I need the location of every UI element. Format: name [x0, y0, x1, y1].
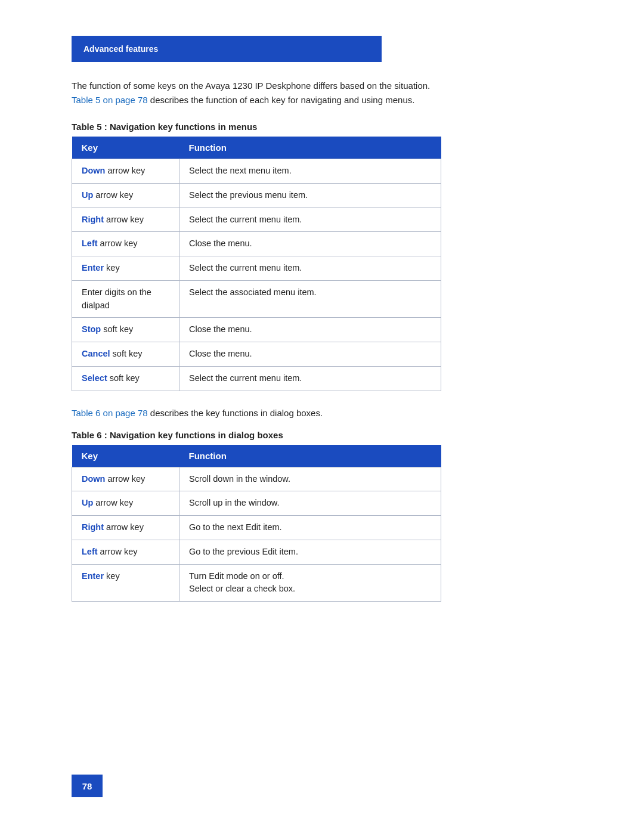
table-row: Down arrow keyScroll down in the window.	[72, 467, 441, 491]
table6-key-cell: Left arrow key	[72, 540, 179, 564]
table6-key-cell: Up arrow key	[72, 491, 179, 516]
table-row: Up arrow keySelect the previous menu ite…	[72, 183, 441, 208]
table-row: Right arrow keyGo to the next Edit item.	[72, 516, 441, 540]
table5-function-cell: Select the next menu item.	[179, 159, 441, 184]
table-row: Right arrow keySelect the current menu i…	[72, 208, 441, 232]
table5-key-cell: Right arrow key	[72, 208, 179, 232]
key-bold-text: Left	[82, 547, 98, 556]
table5-key-cell: Down arrow key	[72, 159, 179, 184]
table-row: Left arrow keyClose the menu.	[72, 232, 441, 256]
table5-key-cell: Left arrow key	[72, 232, 179, 256]
table-row: Select soft keySelect the current menu i…	[72, 366, 441, 391]
table-row: Down arrow keySelect the next menu item.	[72, 159, 441, 184]
key-bold-text: Down	[82, 166, 105, 175]
section-header-label: Advanced features	[83, 44, 158, 54]
table5-key-cell: Select soft key	[72, 366, 179, 391]
table-row: Stop soft keyClose the menu.	[72, 318, 441, 342]
table6-function-cell: Scroll down in the window.	[179, 467, 441, 491]
table6-col1-header: Key	[72, 445, 179, 467]
between-tables-text-after2: describes the key functions in dialog bo…	[150, 408, 323, 418]
key-bold-text: Right	[82, 522, 104, 532]
table5-function-cell: Select the current menu item.	[179, 256, 441, 281]
table5-title: Table 5 : Navigation key functions in me…	[72, 122, 572, 132]
table5-function-cell: Close the menu.	[179, 232, 441, 256]
table5-key-cell: Enter key	[72, 256, 179, 281]
key-bold-text: Stop	[82, 324, 101, 334]
table5-function-cell: Close the menu.	[179, 318, 441, 342]
table5-col1-header: Key	[72, 137, 179, 159]
table-row: Up arrow keyScroll up in the window.	[72, 491, 441, 516]
key-bold-text: Enter	[82, 571, 104, 581]
table-row: Left arrow keyGo to the previous Edit it…	[72, 540, 441, 564]
table5-link[interactable]: Table 5 on page 78	[72, 95, 148, 105]
table6-link[interactable]: Table 6 on page 78	[72, 408, 148, 418]
table-row: Enter keySelect the current menu item.	[72, 256, 441, 281]
table-row: Enter digits on the dialpadSelect the as…	[72, 280, 441, 318]
key-bold-text: Right	[82, 215, 104, 224]
table6-function-cell: Scroll up in the window.	[179, 491, 441, 516]
page-number-box: 78	[72, 775, 103, 797]
table6-function-cell: Go to the previous Edit item.	[179, 540, 441, 564]
key-bold-text: Down	[82, 474, 105, 484]
table5-key-cell: Up arrow key	[72, 183, 179, 208]
key-bold-text: Cancel	[82, 349, 110, 358]
intro-text-before-link: The function of some keys on the Avaya 1…	[72, 80, 430, 91]
key-bold-text: Up	[82, 190, 93, 200]
table6-key-cell: Down arrow key	[72, 467, 179, 491]
table5-function-cell: Select the current menu item.	[179, 208, 441, 232]
table5-function-cell: Select the current menu item.	[179, 366, 441, 391]
table5-key-cell: Stop soft key	[72, 318, 179, 342]
table6-function-cell: Go to the next Edit item.	[179, 516, 441, 540]
between-tables-text: Table 6 on page 78 describes the key fun…	[72, 408, 572, 418]
table5-key-cell: Cancel soft key	[72, 342, 179, 367]
key-bold-text: Left	[82, 239, 98, 248]
table6-function-cell: Turn Edit mode on or off.Select or clear…	[179, 564, 441, 602]
section-header: Advanced features	[72, 36, 382, 62]
key-bold-text: Select	[82, 373, 107, 383]
table6: Key Function Down arrow keyScroll down i…	[72, 445, 441, 602]
table5-function-cell: Select the associated menu item.	[179, 280, 441, 318]
table5-function-cell: Close the menu.	[179, 342, 441, 367]
key-bold-text: Enter	[82, 263, 104, 272]
intro-paragraph: The function of some keys on the Avaya 1…	[72, 79, 441, 107]
table-row: Enter keyTurn Edit mode on or off.Select…	[72, 564, 441, 602]
table-row: Cancel soft keyClose the menu.	[72, 342, 441, 367]
table5-key-cell: Enter digits on the dialpad	[72, 280, 179, 318]
table5: Key Function Down arrow keySelect the ne…	[72, 137, 441, 391]
page-number: 78	[82, 781, 92, 791]
page-container: Advanced features The function of some k…	[0, 0, 644, 833]
table6-col2-header: Function	[179, 445, 441, 467]
key-bold-text: Up	[82, 498, 93, 507]
table6-key-cell: Enter key	[72, 564, 179, 602]
table6-title: Table 6 : Navigation key functions in di…	[72, 430, 572, 440]
table6-key-cell: Right arrow key	[72, 516, 179, 540]
table5-col2-header: Function	[179, 137, 441, 159]
intro-text-after-link2: describes the function of each key for n…	[150, 95, 415, 105]
table5-function-cell: Select the previous menu item.	[179, 183, 441, 208]
